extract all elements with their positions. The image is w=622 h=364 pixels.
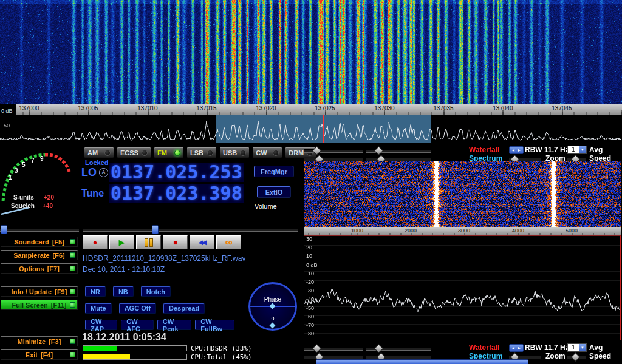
ruler-label: 137000 (19, 105, 39, 112)
tune-frequency-display[interactable]: 0137.023.398 (109, 184, 244, 203)
db-scale-label: 30 (306, 237, 312, 242)
freqmgr-button[interactable]: FreqMgr (254, 166, 294, 177)
soundcard-button[interactable]: Soundcard [F5] (1, 237, 78, 247)
shift-arrows-bottom[interactable]: ◄ ► (509, 344, 524, 352)
play-button[interactable]: ▶ (109, 235, 134, 249)
pause-button[interactable] (136, 235, 161, 249)
nr-button[interactable]: NR (85, 286, 106, 297)
audio-scale-label: 5000 (566, 228, 578, 234)
extio-button[interactable]: ExtIO (257, 186, 291, 198)
shift-right-icon[interactable]: ► (518, 346, 522, 350)
waterfall-scrollbar[interactable] (316, 359, 528, 364)
db-scale-label: -80 (306, 331, 314, 337)
slider-thumb[interactable] (312, 146, 322, 156)
volume-slider[interactable] (83, 228, 298, 232)
db-scale-label: -30 (306, 288, 314, 294)
main-spectrum-display[interactable]: -50 (0, 115, 622, 143)
agc-button[interactable]: AGC Off (119, 303, 156, 314)
phase-center-marker (270, 303, 276, 309)
nb-button[interactable]: NB (113, 286, 134, 297)
phase-zero-label: 0 (250, 315, 295, 322)
waterfall-contrast-slider-top[interactable] (366, 149, 431, 153)
slider-thumb[interactable] (374, 344, 384, 354)
dropdown-arrow-icon[interactable]: ▼ (579, 344, 586, 351)
info-update-button-label: Info / Update (12, 288, 52, 295)
frequency-ruler[interactable]: 137000 137005 137010 137015 137020 13702… (0, 104, 622, 115)
slider-thumb[interactable] (312, 344, 322, 354)
info-update-button[interactable]: Info / Update [F9] (1, 286, 78, 297)
loop-icon: ∞ (225, 238, 232, 248)
audio-frequency-scale[interactable]: 1000 2000 3000 4000 5000 (304, 227, 621, 235)
tune-label: Tune (81, 188, 104, 199)
recording-timestamp: Dec 10, 2011 - 12:10:18Z (83, 265, 165, 274)
options-led (70, 266, 75, 271)
avg-select-top[interactable]: 1 ▼ (567, 146, 587, 154)
rewind-button[interactable]: ◀◀ (190, 235, 214, 249)
shift-left-icon[interactable]: ◄ (511, 148, 516, 152)
avg-select-bottom[interactable]: 1 ▼ (567, 343, 587, 352)
loop-button[interactable]: ∞ (216, 235, 241, 249)
audio-spectrum-display[interactable]: 30 20 10 0 dB -10 -20 -30 -40 -50 -60 -7… (304, 235, 621, 340)
info-update-button-key: [F9] (55, 288, 67, 295)
audio-waterfall-display[interactable] (304, 161, 621, 227)
cw-zap-button[interactable]: CW ZAP (85, 320, 117, 330)
waterfall-contrast-slider-bottom[interactable] (366, 347, 431, 351)
squelch-slider-thumb[interactable] (1, 225, 7, 234)
avg-value: 1 (568, 344, 579, 351)
samplerate-button-key: [F6] (53, 252, 65, 259)
db-scale-label: -10 (306, 271, 314, 277)
smeter-units-label: S-units (13, 194, 34, 201)
slider-thumb[interactable] (374, 146, 384, 156)
waterfall-brightness-slider-top[interactable] (304, 149, 363, 153)
fullscreen-button-key: [F11] (51, 302, 67, 309)
dropdown-arrow-icon[interactable]: ▼ (579, 146, 586, 153)
ruler-label: 137005 (78, 105, 98, 112)
audio-spectrum-canvas[interactable] (304, 236, 620, 339)
phase-label: Phase (250, 296, 295, 303)
shift-left-icon[interactable]: ◄ (511, 346, 516, 350)
db-zero-label: 0 dB (0, 107, 13, 115)
despread-button[interactable]: Despread (163, 303, 205, 314)
ruler-label: 137015 (196, 105, 216, 112)
main-waterfall-display[interactable] (0, 0, 622, 104)
slider-thumb[interactable] (571, 352, 581, 362)
speed-slider-bottom[interactable] (567, 356, 586, 359)
samplerate-button[interactable]: Samplerate [F6] (1, 250, 78, 260)
rbw-readout-bottom: RBW 11.7 Hz (525, 344, 569, 351)
notch-button[interactable]: Notch (141, 286, 171, 297)
squelch-slider[interactable] (0, 228, 79, 232)
record-icon: ● (93, 238, 98, 246)
db-scale-label: -70 (306, 323, 314, 328)
options-button-key: [F7] (47, 265, 60, 272)
fullscreen-button[interactable]: Full Screen [F11] (1, 300, 78, 310)
avg-label-bottom: Avg (589, 344, 603, 351)
cw-afc-button[interactable]: CW AFC (121, 320, 154, 330)
fullscreen-button-label: Full Screen (12, 302, 48, 309)
smeter-tick-3: 3 (15, 167, 18, 174)
lo-frequency-display[interactable]: 0137.025.253 (109, 163, 244, 182)
ruler-label: 137040 (493, 105, 513, 112)
shift-right-icon[interactable]: ► (518, 148, 522, 152)
cw-peak-button[interactable]: CW Peak (157, 320, 191, 330)
stop-button[interactable]: ■ (163, 235, 188, 249)
audio-scale-label: 3000 (458, 228, 470, 234)
db-scale-label: 20 (306, 245, 312, 251)
waterfall-brightness-slider-bottom[interactable] (304, 347, 363, 351)
waterfall-label-top[interactable]: Waterfall (469, 146, 499, 153)
audio-scale-label: 1000 (351, 228, 363, 234)
cw-fullbw-button[interactable]: CW FullBw (195, 320, 234, 330)
record-button[interactable]: ● (83, 235, 108, 249)
volume-slider-thumb[interactable] (152, 225, 159, 234)
waterfall-label-bottom[interactable]: Waterfall (469, 344, 499, 351)
mute-button[interactable]: Mute (85, 303, 112, 314)
options-button[interactable]: Options [F7] (1, 263, 78, 274)
playback-controls: ● ▶ ■ ◀◀ ∞ (83, 235, 241, 249)
audio-scale-label: 2000 (405, 228, 417, 234)
play-icon: ▶ (119, 238, 125, 246)
phase-zero-marker (270, 323, 276, 329)
db-scale-label: 10 (306, 254, 312, 259)
shift-arrows-top[interactable]: ◄ ► (509, 146, 524, 154)
samplerate-led (70, 252, 75, 258)
main-spectrum-canvas[interactable] (0, 115, 622, 143)
lo-lock-badge[interactable]: A (99, 168, 108, 177)
